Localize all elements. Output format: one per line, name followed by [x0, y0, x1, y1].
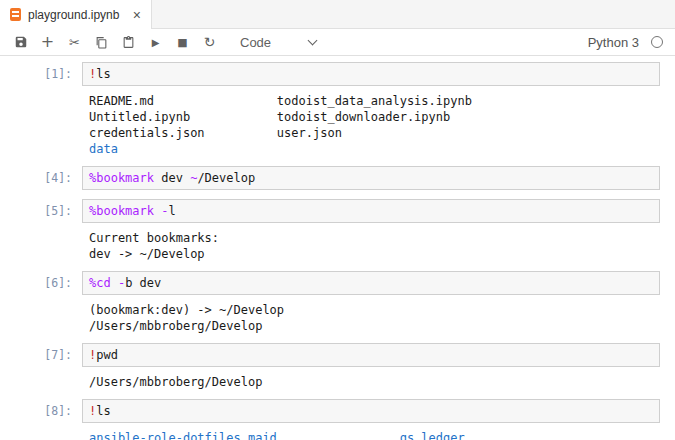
- notebook-toolbar: + ✂ ▶ ■ ↻ Code Python 3: [0, 29, 675, 56]
- tab-bar: playground.ipynb ×: [0, 0, 675, 29]
- tab-title: playground.ipynb: [28, 8, 122, 22]
- code-input[interactable]: !ls: [82, 399, 660, 423]
- output-line-directory: data: [89, 141, 675, 157]
- code-token: pwd: [96, 348, 118, 362]
- input-prompt: [4]:: [0, 166, 82, 185]
- notebook-file-icon: [10, 8, 21, 21]
- cell-type-dropdown[interactable]: Code: [240, 35, 316, 50]
- clipboard-icon: [122, 36, 135, 49]
- input-prompt: [1]:: [0, 62, 82, 81]
- save-icon: [14, 35, 28, 49]
- chevron-down-icon: [308, 35, 318, 45]
- tab-playground-ipynb[interactable]: playground.ipynb ×: [0, 0, 152, 29]
- output-line: /Users/mbbroberg/Develop: [89, 318, 675, 334]
- code-input[interactable]: %bookmark -l: [82, 199, 660, 223]
- input-prompt: [5]:: [0, 199, 82, 218]
- code-input[interactable]: !pwd: [82, 343, 660, 367]
- play-icon: ▶: [152, 37, 160, 48]
- stop-button[interactable]: ■: [170, 30, 195, 54]
- input-prompt: [7]:: [0, 343, 82, 362]
- output-line: Untitled.ipynb todoist_downloader.ipynb: [89, 109, 675, 125]
- notebook-cell: [5]: %bookmark -l Current bookmarks: dev…: [0, 199, 675, 262]
- output-line: credentials.json user.json: [89, 125, 675, 141]
- add-cell-button[interactable]: +: [35, 30, 60, 54]
- notebook-cell: [1]: !ls README.md todoist_data_analysis…: [0, 62, 675, 157]
- code-token: ls: [96, 404, 110, 418]
- code-token: b dev: [125, 276, 161, 290]
- copy-icon: [95, 36, 108, 49]
- output-line-directory: ansible-role-dotfiles maid qs_ledger: [89, 430, 675, 440]
- code-input[interactable]: %cd -b dev: [82, 271, 660, 295]
- output-line: (bookmark:dev) -> ~/Develop: [89, 302, 675, 318]
- restart-kernel-button[interactable]: ↻: [197, 30, 222, 54]
- output-line: README.md todoist_data_analysis.ipynb: [89, 93, 675, 109]
- code-token: l: [169, 204, 176, 218]
- code-token: ls: [96, 67, 110, 81]
- kernel-status-idle-icon: [651, 36, 663, 48]
- output-line: /Users/mbbroberg/Develop: [89, 374, 675, 390]
- cell-outputs: /Users/mbbroberg/Develop: [0, 367, 675, 390]
- code-input[interactable]: %bookmark dev ~/Develop: [82, 166, 660, 190]
- output-line: dev -> ~/Develop: [89, 246, 675, 262]
- notebook-content: [1]: !ls README.md todoist_data_analysis…: [0, 56, 675, 440]
- code-token: [111, 276, 118, 290]
- output-line: Current bookmarks:: [89, 230, 675, 246]
- kernel-name[interactable]: Python 3: [588, 35, 639, 50]
- paste-cells-button[interactable]: [116, 30, 141, 54]
- scissors-icon: ✂: [69, 35, 80, 50]
- close-icon[interactable]: ×: [129, 6, 145, 24]
- notebook-cell: [4]: %bookmark dev ~/Develop: [0, 166, 675, 190]
- notebook-cell: [7]: !pwd /Users/mbbroberg/Develop: [0, 343, 675, 390]
- code-token: %bookmark: [89, 204, 154, 218]
- cut-cells-button[interactable]: ✂: [62, 30, 87, 54]
- notebook-cell: [8]: !ls ansible-role-dotfiles maid qs_l…: [0, 399, 675, 440]
- code-token: /Develop: [197, 171, 255, 185]
- cell-outputs: README.md todoist_data_analysis.ipynb Un…: [0, 86, 675, 157]
- code-token: -: [161, 204, 168, 218]
- save-button[interactable]: [8, 30, 33, 54]
- kernel-area: Python 3: [588, 35, 663, 50]
- copy-cells-button[interactable]: [89, 30, 114, 54]
- cell-type-value: Code: [240, 35, 271, 50]
- input-prompt: [6]:: [0, 271, 82, 290]
- cell-outputs: ansible-role-dotfiles maid qs_ledger: [0, 423, 675, 440]
- plus-icon: +: [41, 32, 54, 51]
- code-token: dev: [154, 171, 190, 185]
- cell-outputs: (bookmark:dev) -> ~/Develop /Users/mbbro…: [0, 295, 675, 334]
- run-button[interactable]: ▶: [143, 30, 168, 54]
- cell-outputs: Current bookmarks: dev -> ~/Develop: [0, 223, 675, 262]
- stop-icon: ■: [177, 36, 187, 49]
- code-token: %cd: [89, 276, 111, 290]
- notebook-cell: [6]: %cd -b dev (bookmark:dev) -> ~/Deve…: [0, 271, 675, 334]
- input-prompt: [8]:: [0, 399, 82, 418]
- code-token: %bookmark: [89, 171, 154, 185]
- restart-icon: ↻: [204, 34, 216, 50]
- code-input[interactable]: !ls: [82, 62, 660, 86]
